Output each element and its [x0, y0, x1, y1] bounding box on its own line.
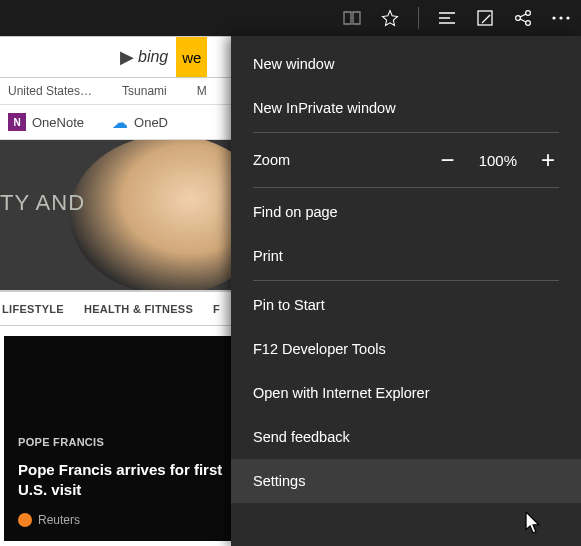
favorite-star-icon[interactable]	[380, 8, 400, 28]
zoom-in-button[interactable]: +	[537, 146, 559, 174]
bing-logo[interactable]: ▶bing	[120, 46, 168, 68]
svg-point-5	[559, 16, 562, 19]
source-label: Reuters	[38, 513, 80, 527]
menu-new-inprivate[interactable]: New InPrivate window	[231, 86, 581, 130]
menu-settings[interactable]: Settings	[231, 459, 581, 503]
menu-new-window[interactable]: New window	[231, 42, 581, 86]
onenote-label: OneNote	[32, 115, 84, 130]
window-titlebar	[0, 0, 581, 36]
onedrive-app[interactable]: ☁OneD	[112, 113, 168, 132]
hero-text: TY AND	[0, 190, 85, 216]
onenote-icon: N	[8, 113, 26, 131]
reading-view-icon[interactable]	[342, 8, 362, 28]
menu-separator	[253, 280, 559, 281]
zoom-out-button[interactable]: −	[437, 146, 459, 174]
onedrive-icon: ☁	[112, 113, 128, 132]
svg-point-6	[566, 16, 569, 19]
svg-point-3	[526, 21, 531, 26]
tile-headline: Pope Francis arrives for first U.S. visi…	[18, 460, 244, 499]
tile-source: Reuters	[18, 513, 80, 527]
menu-open-ie[interactable]: Open with Internet Explorer	[231, 371, 581, 415]
menu-devtools[interactable]: F12 Developer Tools	[231, 327, 581, 371]
zoom-value: 100%	[479, 152, 517, 169]
menu-find[interactable]: Find on page	[231, 190, 581, 234]
svg-point-1	[516, 16, 521, 21]
menu-separator	[253, 132, 559, 133]
bing-label: bing	[138, 48, 168, 66]
menu-feedback[interactable]: Send feedback	[231, 415, 581, 459]
zoom-label: Zoom	[253, 152, 290, 168]
share-icon[interactable]	[513, 8, 533, 28]
svg-point-2	[526, 11, 531, 16]
trending-item[interactable]: United States…	[8, 84, 92, 98]
menu-print[interactable]: Print	[231, 234, 581, 278]
nav-item[interactable]: F	[213, 303, 220, 315]
svg-point-4	[552, 16, 555, 19]
hub-icon[interactable]	[437, 8, 457, 28]
nav-health[interactable]: HEALTH & FITNESS	[84, 303, 193, 315]
svg-rect-0	[478, 11, 492, 25]
more-icon[interactable]	[551, 8, 571, 28]
titlebar-separator	[418, 7, 419, 29]
menu-zoom-row: Zoom − 100% +	[231, 135, 581, 185]
menu-separator	[253, 187, 559, 188]
trending-item[interactable]: M	[197, 84, 207, 98]
trending-item[interactable]: Tsunami	[122, 84, 167, 98]
nav-lifestyle[interactable]: LIFESTYLE	[2, 303, 64, 315]
search-input-text[interactable]: we	[176, 37, 207, 77]
menu-pin[interactable]: Pin to Start	[231, 283, 581, 327]
onedrive-label: OneD	[134, 115, 168, 130]
onenote-app[interactable]: NOneNote	[8, 113, 84, 131]
web-note-icon[interactable]	[475, 8, 495, 28]
reuters-icon	[18, 513, 32, 527]
more-menu: New window New InPrivate window Zoom − 1…	[231, 36, 581, 546]
tile-category: POPE FRANCIS	[18, 436, 104, 448]
